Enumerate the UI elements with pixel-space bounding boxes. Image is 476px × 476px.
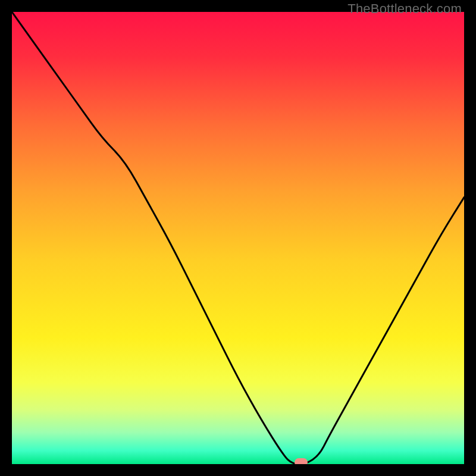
chart-container: TheBottleneck.com: [0, 0, 476, 476]
optimal-marker: [295, 458, 308, 464]
plot-area: [12, 12, 464, 464]
bottleneck-curve: [12, 12, 464, 464]
